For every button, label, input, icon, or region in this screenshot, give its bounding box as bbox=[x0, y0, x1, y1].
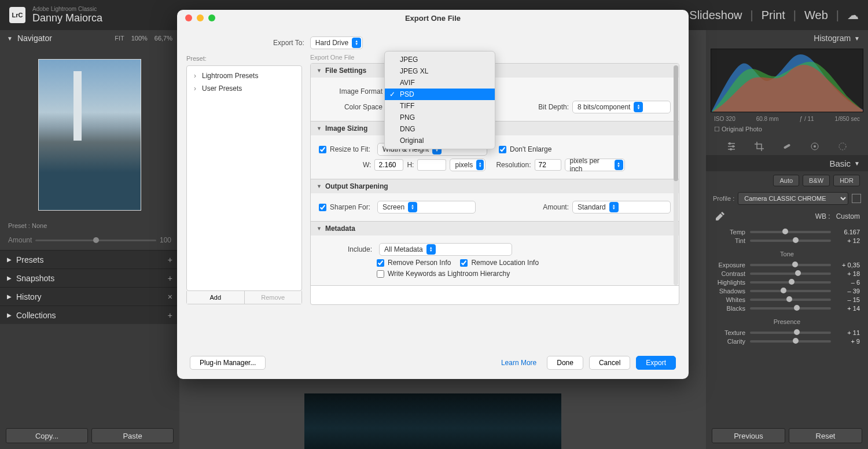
add-preset-button[interactable]: Add bbox=[187, 291, 245, 304]
clear-history-icon[interactable]: × bbox=[168, 292, 172, 301]
presence-title: Presence bbox=[706, 315, 868, 326]
profile-browser-icon[interactable] bbox=[852, 194, 861, 203]
auto-button[interactable]: Auto bbox=[773, 175, 799, 186]
highlights-slider[interactable] bbox=[750, 281, 831, 284]
mask-icon[interactable] bbox=[810, 141, 820, 152]
contrast-value[interactable]: + 18 bbox=[836, 270, 860, 277]
resolution-input[interactable] bbox=[535, 159, 561, 171]
navigator-header[interactable]: ▼ Navigator FIT 100% 66,7% bbox=[0, 30, 179, 46]
nav-web[interactable]: Web bbox=[804, 9, 828, 22]
cloud-sync-icon[interactable]: ☁ bbox=[847, 8, 859, 22]
basic-panel-header[interactable]: Basic ▼ bbox=[706, 155, 868, 171]
wb-value[interactable]: Custom bbox=[836, 212, 860, 220]
histogram-header[interactable]: Histogram ▼ bbox=[706, 30, 868, 46]
format-option-tiff[interactable]: TIFF bbox=[385, 100, 495, 112]
heal-icon[interactable] bbox=[782, 141, 792, 152]
scrollbar-thumb[interactable] bbox=[674, 65, 678, 181]
format-option-original[interactable]: Original bbox=[385, 135, 495, 146]
include-select[interactable]: All Metadata▲▼ bbox=[379, 243, 512, 256]
exposure-slider[interactable] bbox=[750, 264, 831, 266]
add-snapshot-icon[interactable]: + bbox=[168, 274, 172, 283]
export-to-select[interactable]: Hard Drive▲▼ bbox=[310, 36, 363, 49]
bit-depth-select[interactable]: 8 bits/component▲▼ bbox=[572, 101, 671, 113]
sharpen-for-select[interactable]: Screen▲▼ bbox=[377, 201, 476, 214]
section-snapshots[interactable]: ▶Snapshots+ bbox=[0, 268, 179, 287]
done-button[interactable]: Done bbox=[547, 356, 583, 370]
dimension-unit-select[interactable]: pixels▲▼ bbox=[450, 159, 486, 171]
histogram-chart[interactable] bbox=[711, 49, 863, 112]
basic-title: Basic bbox=[829, 159, 851, 168]
plugin-manager-button[interactable]: Plug-in Manager... bbox=[190, 356, 266, 370]
remove-location-checkbox[interactable] bbox=[460, 259, 468, 267]
paste-button[interactable]: Paste bbox=[91, 428, 174, 443]
crop-icon[interactable] bbox=[754, 141, 764, 152]
image-format-dropdown[interactable]: JPEG JPEG XL AVIF PSD TIFF PNG DNG Origi… bbox=[384, 51, 495, 149]
add-collection-icon[interactable]: + bbox=[168, 311, 172, 320]
section-header[interactable]: ▼Output Sharpening bbox=[311, 179, 679, 193]
zoom-667[interactable]: 66,7% bbox=[155, 35, 172, 42]
reset-button[interactable]: Reset bbox=[789, 428, 862, 443]
resolution-unit-select[interactable]: pixels per inch▲▼ bbox=[565, 159, 625, 171]
preset-indicator: Preset : None bbox=[0, 218, 179, 234]
tint-value[interactable]: + 12 bbox=[836, 237, 860, 244]
clarity-value[interactable]: + 9 bbox=[836, 338, 860, 345]
temp-slider[interactable] bbox=[750, 231, 831, 233]
blacks-value[interactable]: + 14 bbox=[836, 305, 860, 312]
preset-folder[interactable]: User Presets bbox=[190, 82, 298, 95]
highlights-value[interactable]: – 6 bbox=[836, 279, 860, 286]
dont-enlarge-checkbox[interactable] bbox=[499, 146, 506, 153]
blacks-slider[interactable] bbox=[750, 307, 831, 310]
whites-slider[interactable] bbox=[750, 299, 831, 301]
edit-icon[interactable] bbox=[726, 141, 737, 152]
copy-button[interactable]: Copy... bbox=[6, 428, 88, 443]
preset-list[interactable]: Lightroom Presets User Presets bbox=[186, 65, 302, 291]
section-history[interactable]: ▶History× bbox=[0, 287, 179, 306]
whites-value[interactable]: – 15 bbox=[836, 296, 860, 303]
sharpen-amount-select[interactable]: Standard▲▼ bbox=[572, 201, 671, 214]
shadows-slider[interactable] bbox=[750, 290, 831, 292]
sharpen-checkbox[interactable] bbox=[319, 204, 326, 211]
format-option-psd[interactable]: PSD bbox=[385, 89, 495, 100]
format-option-jpegxl[interactable]: JPEG XL bbox=[385, 65, 495, 77]
tint-slider[interactable] bbox=[750, 240, 831, 242]
zoom-fit[interactable]: FIT bbox=[115, 35, 124, 42]
amount-slider[interactable] bbox=[35, 240, 156, 241]
add-preset-icon[interactable]: + bbox=[168, 255, 172, 264]
export-button[interactable]: Export bbox=[636, 356, 676, 370]
bw-button[interactable]: B&W bbox=[803, 175, 830, 186]
nav-slideshow[interactable]: Slideshow bbox=[689, 9, 742, 22]
shadows-value[interactable]: – 39 bbox=[836, 288, 860, 295]
width-input[interactable] bbox=[374, 159, 403, 171]
format-option-avif[interactable]: AVIF bbox=[385, 77, 495, 89]
profile-select[interactable]: Camera CLASSIC CHROME bbox=[738, 192, 848, 205]
preset-folder[interactable]: Lightroom Presets bbox=[190, 69, 298, 82]
radial-icon[interactable] bbox=[837, 141, 848, 152]
keywords-hierarchy-checkbox[interactable] bbox=[377, 270, 384, 278]
cancel-button[interactable]: Cancel bbox=[589, 356, 630, 370]
clarity-slider[interactable] bbox=[750, 340, 831, 343]
learn-more-link[interactable]: Learn More bbox=[501, 359, 536, 367]
zoom-100[interactable]: 100% bbox=[131, 35, 148, 42]
left-panel: ▼ Navigator FIT 100% 66,7% Preset : None… bbox=[0, 30, 179, 449]
navigator-preview[interactable] bbox=[38, 59, 141, 211]
nav-print[interactable]: Print bbox=[762, 9, 785, 22]
texture-value[interactable]: + 11 bbox=[836, 329, 860, 336]
format-option-png[interactable]: PNG bbox=[385, 112, 495, 123]
resize-checkbox[interactable] bbox=[319, 146, 326, 153]
format-option-dng[interactable]: DNG bbox=[385, 123, 495, 135]
previous-button[interactable]: Previous bbox=[712, 428, 785, 443]
remove-person-checkbox[interactable] bbox=[377, 259, 384, 267]
eyedropper-icon[interactable] bbox=[714, 211, 726, 222]
texture-slider[interactable] bbox=[750, 332, 831, 334]
exposure-value[interactable]: + 0,35 bbox=[836, 262, 860, 268]
hdr-button[interactable]: HDR bbox=[833, 175, 860, 186]
format-option-jpeg[interactable]: JPEG bbox=[385, 54, 495, 65]
sections-scrollbar[interactable] bbox=[674, 65, 678, 285]
section-collections[interactable]: ▶Collections+ bbox=[0, 306, 179, 324]
temp-value[interactable]: 6.167 bbox=[836, 229, 860, 235]
preset-label: Preset: bbox=[186, 54, 302, 65]
contrast-slider[interactable] bbox=[750, 273, 831, 275]
section-presets[interactable]: ▶Presets+ bbox=[0, 250, 179, 268]
section-header[interactable]: ▼Metadata bbox=[311, 222, 679, 235]
height-input[interactable] bbox=[417, 159, 446, 171]
